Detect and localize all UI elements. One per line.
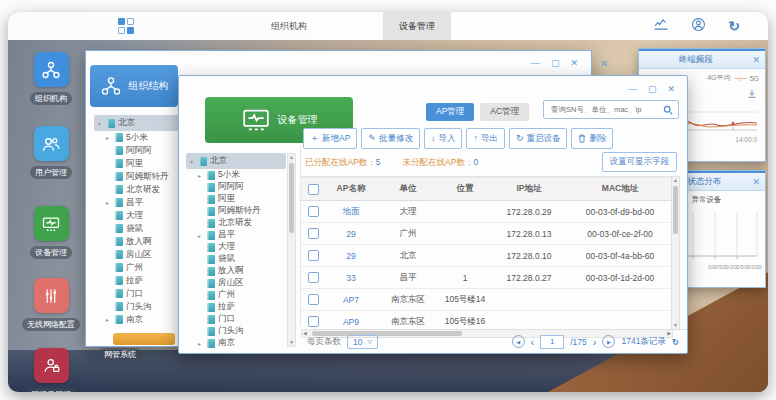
building-icon	[207, 279, 215, 288]
sidebar-item-admin[interactable]	[34, 348, 69, 383]
sidebar-item-device[interactable]	[34, 206, 69, 241]
tab-ac[interactable]: AC管理	[480, 103, 529, 121]
sidebar-item-users[interactable]	[34, 126, 69, 161]
batch-edit-button[interactable]: ✎批量修改	[361, 128, 420, 149]
toolbar: ＋新增AP ✎批量修改 ↓导入 ↑导出 ↻重启设备 删除	[303, 128, 613, 149]
close-icon[interactable]: ✕	[570, 59, 578, 68]
set-fields-button[interactable]: 设置可显示字段	[602, 152, 678, 172]
topbar-tab-org[interactable]: 组织机构	[255, 12, 323, 40]
tree-item[interactable]: 袋鼠	[186, 253, 286, 265]
row-checkbox[interactable]	[301, 245, 325, 267]
panel-title: 终端频段	[639, 54, 752, 66]
table-row[interactable]: 29 北京 172.28.0.10 00-03-0f-4a-bb-60 WL01…	[301, 245, 671, 267]
column-header[interactable]: 位置	[439, 178, 491, 201]
row-checkbox[interactable]	[301, 223, 325, 245]
column-header[interactable]: AP名称	[325, 178, 377, 201]
table-footer: 每页条数 10 ▽ ◀ ‹ /175 › ▶ 1741条记录 ↻	[301, 329, 687, 353]
search-icon[interactable]	[663, 105, 673, 115]
table-vscrollbar[interactable]: ▲ ▼	[671, 176, 680, 330]
tree-item[interactable]: 大理	[186, 241, 286, 253]
column-header[interactable]: IP地址	[491, 178, 567, 201]
refresh-icon[interactable]: ↻	[672, 337, 679, 347]
ap-name-link[interactable]: AP9	[325, 311, 377, 330]
app-logo-icon	[118, 18, 135, 35]
column-header[interactable]: 单位	[377, 178, 439, 201]
users-icon	[41, 134, 61, 154]
row-checkbox[interactable]	[301, 267, 325, 289]
account-icon[interactable]	[691, 17, 706, 36]
minimize-icon[interactable]: —	[531, 59, 540, 68]
sidebar-item-org[interactable]	[34, 52, 69, 87]
first-page-button[interactable]: ◀	[512, 335, 525, 348]
ap-name-link[interactable]: 29	[325, 245, 377, 267]
ap-name-link[interactable]: AP7	[325, 289, 377, 311]
page-input[interactable]	[540, 335, 564, 349]
sidebar-label-admin: 管理员管理	[26, 388, 76, 392]
page-total: /175	[570, 337, 587, 347]
system-button[interactable]	[113, 333, 175, 345]
tree-item[interactable]: 放入啊	[186, 265, 286, 277]
table-row[interactable]: AP7 南京东区 105号楼14 WL014210F328000	[301, 289, 671, 311]
hidden-window-close-icon[interactable]: ✕	[600, 58, 608, 69]
maximize-icon[interactable]: ▢	[648, 85, 657, 94]
tab-ap[interactable]: AP管理	[426, 103, 474, 121]
prev-page-button[interactable]: ‹	[531, 336, 535, 348]
per-page-select[interactable]: 10 ▽	[347, 335, 378, 349]
ap-name-link[interactable]: 29	[325, 223, 377, 245]
tree-item[interactable]: 广州	[186, 289, 286, 301]
tree-item[interactable]: 拉萨	[186, 301, 286, 313]
tree-item[interactable]: 阿阿阿	[186, 181, 286, 193]
sidebar-item-wireless[interactable]	[34, 278, 69, 313]
row-checkbox[interactable]	[301, 289, 325, 311]
tree-scrollbar[interactable]: ▲ ▼	[287, 153, 296, 347]
tree-item[interactable]: 门头沟	[186, 325, 286, 337]
close-icon[interactable]: ✕	[752, 55, 760, 65]
ap-name-link[interactable]: 地面	[325, 201, 377, 223]
maximize-icon[interactable]: ▢	[551, 59, 560, 68]
import-button[interactable]: ↓导入	[424, 128, 463, 149]
add-ap-button[interactable]: ＋新增AP	[303, 128, 357, 149]
search-input[interactable]	[549, 104, 659, 115]
tree-item[interactable]: 房山区	[186, 277, 286, 289]
minimize-icon[interactable]: —	[628, 85, 637, 94]
ap-name-link[interactable]: 33	[325, 267, 377, 289]
topbar-tab-device[interactable]: 设备管理	[383, 12, 451, 40]
table-row[interactable]: 地面 大理 172.28.0.29 00-03-0f-d9-bd-00 2000…	[301, 201, 671, 223]
building-icon	[115, 315, 123, 324]
row-checkbox[interactable]	[301, 201, 325, 223]
tree-item[interactable]: ▸ 5小米	[186, 169, 286, 181]
row-checkbox[interactable]	[301, 311, 325, 330]
building-icon	[207, 183, 215, 192]
restart-device-button[interactable]: ↻重启设备	[509, 128, 568, 149]
sidebar-label-device: 设备管理	[30, 246, 72, 259]
device-monitor-icon	[41, 214, 61, 234]
refresh-icon[interactable]: ↻	[728, 18, 740, 34]
tree-item[interactable]: 北京研发	[186, 217, 286, 229]
close-icon[interactable]: ✕	[667, 85, 675, 94]
building-icon	[115, 276, 123, 285]
table-row[interactable]: 29 广州 172.28.0.13 00-03-0f-ce-2f-00 WL82…	[301, 223, 671, 245]
org-chart-icon	[100, 75, 122, 97]
tree-item[interactable]: ▸ 南京	[186, 337, 286, 349]
building-icon	[115, 224, 123, 233]
tree-root[interactable]: ▾ 北京	[186, 153, 286, 169]
sidebar-label-org: 组织机构	[30, 92, 72, 105]
table-row[interactable]: AP9 南京东区 105号楼16 WL014210F328000	[301, 311, 671, 330]
table-row[interactable]: 33 昌平 1 172.28.0.27 00-03-0f-1d-2d-00	[301, 267, 671, 289]
delete-button[interactable]: 删除	[571, 128, 613, 149]
column-header[interactable]: MAC地址	[567, 178, 671, 201]
select-all-checkbox[interactable]	[301, 178, 325, 201]
monitor-chart-icon[interactable]	[653, 17, 669, 35]
next-page-button[interactable]: ›	[593, 336, 597, 348]
export-button[interactable]: ↑导出	[466, 128, 505, 149]
tree-item[interactable]: 阿里	[186, 193, 286, 205]
building-icon	[115, 263, 123, 272]
tree-item[interactable]: 门口	[186, 313, 286, 325]
restart-icon: ↻	[516, 134, 524, 143]
expand-icon: ▸	[198, 232, 204, 239]
tree-item[interactable]: ▸ 昌平	[186, 229, 286, 241]
close-icon[interactable]: ✕	[752, 177, 760, 187]
window-controls: — ▢ ✕	[628, 85, 675, 94]
last-page-button[interactable]: ▶	[602, 335, 615, 348]
tree-item[interactable]: 阿姆斯特丹	[186, 205, 286, 217]
